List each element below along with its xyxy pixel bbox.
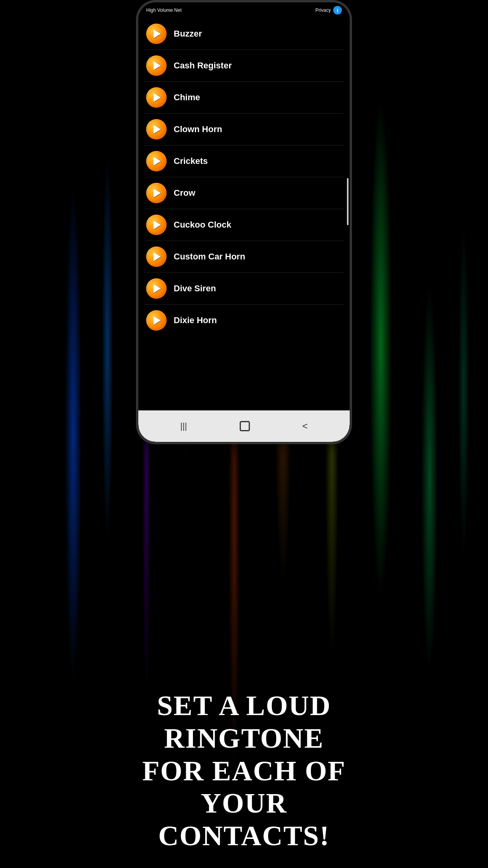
status-icons: Privacy i <box>316 6 342 15</box>
play-button-chime[interactable] <box>146 87 167 108</box>
list-item-cash-register[interactable]: Cash Register <box>144 50 344 82</box>
sound-name-cash-register: Cash Register <box>174 61 232 71</box>
sound-name-crow: Crow <box>174 188 195 198</box>
info-button[interactable]: i <box>333 6 342 15</box>
sound-name-dive-siren: Dive Siren <box>174 283 216 294</box>
promo-line1: Set a loud ringtone <box>157 690 331 754</box>
play-button-dive-siren[interactable] <box>146 278 167 299</box>
sound-name-dixie-horn: Dixie Horn <box>174 315 217 326</box>
sound-name-cuckoo-clock: Cuckoo Clock <box>174 220 231 230</box>
sound-name-clown-horn: Clown Horn <box>174 124 222 134</box>
list-item-cuckoo-clock[interactable]: Cuckoo Clock <box>144 209 344 241</box>
play-button-cuckoo-clock[interactable] <box>146 215 167 235</box>
promo-line2: for each of your <box>142 755 346 819</box>
nav-back-icon[interactable]: < <box>302 421 308 432</box>
phone-screen: High Volume Net Privacy i Buzzer Cash Re… <box>138 2 350 442</box>
list-item-buzzer[interactable]: Buzzer <box>144 18 344 50</box>
sound-name-custom-car-horn: Custom Car Horn <box>174 252 245 262</box>
phone-side-button <box>350 128 352 160</box>
sound-name-chime: Chime <box>174 92 200 103</box>
phone-device: High Volume Net Privacy i Buzzer Cash Re… <box>136 0 352 444</box>
status-bar-left-text: High Volume Net <box>146 7 182 13</box>
play-button-crickets[interactable] <box>146 151 167 171</box>
sound-list: Buzzer Cash Register Chime Clown Horn Cr… <box>138 18 350 336</box>
nav-menu-icon[interactable]: ||| <box>180 421 187 431</box>
play-button-buzzer[interactable] <box>146 24 167 44</box>
list-item-crow[interactable]: Crow <box>144 177 344 209</box>
bottom-promo-text: Set a loud ringtone for each of your con… <box>106 690 382 852</box>
info-icon: i <box>337 7 338 13</box>
status-bar-right-text: Privacy <box>316 7 331 13</box>
list-item-crickets[interactable]: Crickets <box>144 145 344 177</box>
nav-home-icon[interactable] <box>240 421 250 431</box>
sound-name-crickets: Crickets <box>174 156 208 166</box>
play-button-cash-register[interactable] <box>146 55 167 76</box>
scrollbar[interactable] <box>347 178 349 225</box>
list-item-chime[interactable]: Chime <box>144 82 344 114</box>
nav-bar: ||| < <box>138 410 350 442</box>
list-item-dive-siren[interactable]: Dive Siren <box>144 273 344 305</box>
list-item-custom-car-horn[interactable]: Custom Car Horn <box>144 241 344 273</box>
list-item-dixie-horn[interactable]: Dixie Horn <box>144 305 344 336</box>
sound-name-buzzer: Buzzer <box>174 29 202 39</box>
play-button-crow[interactable] <box>146 183 167 203</box>
promo-line3: contacts! <box>158 820 330 851</box>
play-button-dixie-horn[interactable] <box>146 310 167 331</box>
status-bar: High Volume Net Privacy i <box>138 2 350 18</box>
list-item-clown-horn[interactable]: Clown Horn <box>144 114 344 145</box>
play-button-custom-car-horn[interactable] <box>146 246 167 267</box>
play-button-clown-horn[interactable] <box>146 119 167 140</box>
